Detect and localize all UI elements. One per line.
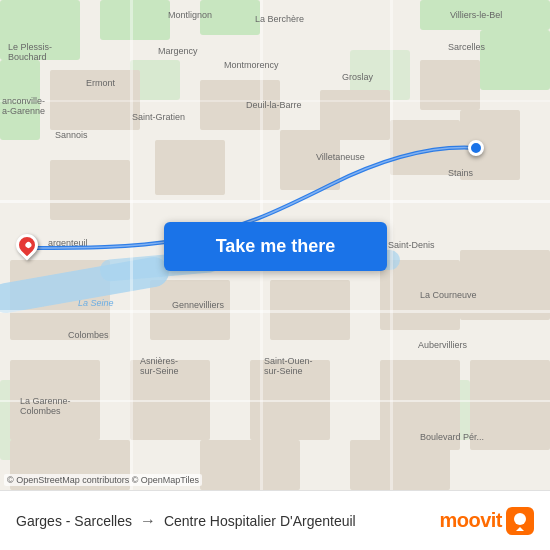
map-attribution: © OpenStreetMap contributors © OpenMapTi… <box>4 474 202 486</box>
moovit-text: moovit <box>439 509 502 532</box>
moovit-icon <box>506 507 534 535</box>
route-display: Garges - Sarcelles → Centre Hospitalier … <box>16 512 356 530</box>
take-me-there-button[interactable]: Take me there <box>164 222 387 271</box>
route-arrow: → <box>140 512 156 530</box>
map-container: Montlignon La Berchère Villiers-le-Bel L… <box>0 0 550 490</box>
destination-label: Centre Hospitalier D'Argenteuil <box>164 513 356 529</box>
end-marker <box>16 234 38 256</box>
start-marker <box>468 140 484 156</box>
moovit-branding: moovit <box>439 507 534 535</box>
bottom-bar: Garges - Sarcelles → Centre Hospitalier … <box>0 490 550 550</box>
svg-point-1 <box>514 513 526 525</box>
route-info: Garges - Sarcelles → Centre Hospitalier … <box>16 512 356 530</box>
origin-label: Garges - Sarcelles <box>16 513 132 529</box>
moovit-logo: moovit <box>439 507 534 535</box>
